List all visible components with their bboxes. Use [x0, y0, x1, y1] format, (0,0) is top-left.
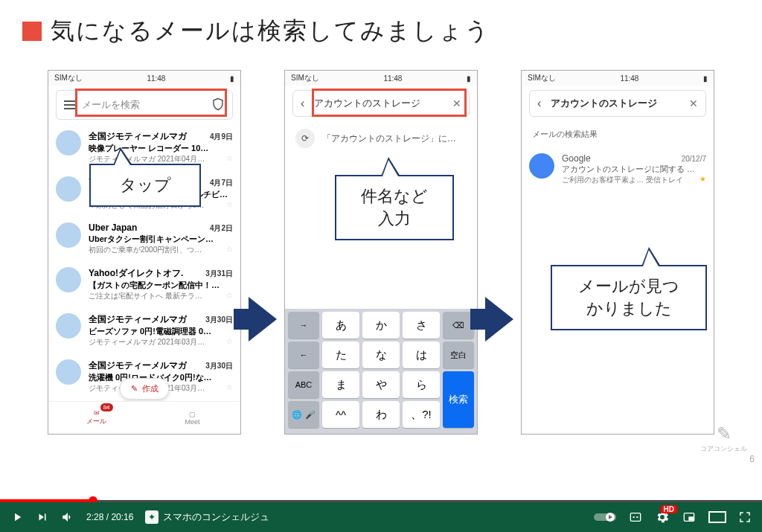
mail-badge: 84 [100, 403, 113, 411]
mail-snippet: ジモティーメルマガ 2021年04月… [89, 154, 205, 164]
mail-subject: 映像プレーヤー レコーダー 10… [89, 143, 233, 154]
back-icon[interactable]: ‹ [301, 97, 308, 110]
carrier-label: SIMなし [54, 73, 83, 83]
avatar-icon [56, 359, 81, 385]
mail-date: 4月7日 [210, 178, 233, 188]
volume-button[interactable] [61, 510, 74, 524]
callout-found: メールが見つ かりました [551, 265, 707, 330]
suggestion-text: 「アカウントのストレージ」に… [322, 132, 456, 145]
phone-screenshot-2: SIMなし 11:48 ▮ ‹ アカウントのストレージ ✕ ⟳ 「アカウントのス… [284, 70, 478, 435]
search-input[interactable]: アカウントのストレージ [314, 97, 446, 110]
key-delete[interactable]: ⌫ [443, 312, 474, 339]
clear-icon[interactable]: ✕ [689, 97, 698, 109]
svg-rect-5 [709, 512, 726, 522]
star-icon[interactable]: ☆ [226, 291, 233, 301]
key-a[interactable]: あ [322, 312, 359, 339]
theater-button[interactable] [708, 511, 726, 523]
nav-mail[interactable]: ✉ 84 メール [48, 402, 144, 434]
search-box[interactable]: ‹ アカウントのストレージ ✕ [292, 90, 470, 117]
key-emoji[interactable]: ^^ [322, 401, 359, 428]
mail-sender: 全国ジモティーメルマガ [89, 313, 187, 326]
clear-icon[interactable]: ✕ [452, 97, 461, 109]
settings-button[interactable]: HD [655, 510, 670, 525]
phones-row: SIMなし 11:48 ▮ メールを検索 全国ジモティー [22, 70, 740, 435]
captions-button[interactable] [628, 511, 643, 523]
avatar-icon [56, 313, 81, 339]
hamburger-icon[interactable] [64, 100, 76, 109]
clock-label: 11:48 [147, 74, 165, 83]
video-controls: 2:28 / 20:16 ✦ スマホのコンシェルジュ HD [0, 502, 762, 532]
miniplayer-button[interactable] [682, 511, 697, 523]
clock-label: 11:48 [383, 74, 402, 83]
carrier-label: SIMなし [291, 73, 319, 83]
key-space[interactable]: 空白 [443, 342, 474, 368]
key-wa[interactable]: わ [362, 401, 400, 428]
result-subject: アカウントのストレージに関する … [562, 164, 706, 175]
back-icon[interactable]: ‹ [537, 97, 545, 110]
search-placeholder: メールを検索 [82, 98, 205, 112]
key-nav2[interactable]: ← [288, 342, 319, 368]
battery-icon: ▮ [467, 74, 471, 83]
shield-icon[interactable] [211, 97, 225, 113]
key-ma[interactable]: ま [322, 371, 359, 398]
mail-date: 4月2日 [210, 223, 233, 234]
search-box[interactable]: メールを検索 [56, 90, 233, 120]
result-sender: Google [562, 153, 591, 164]
phone-screenshot-1: SIMなし 11:48 ▮ メールを検索 全国ジモティー [48, 70, 241, 435]
key-na[interactable]: な [362, 342, 400, 368]
key-ta[interactable]: た [322, 342, 359, 368]
fullscreen-button[interactable] [738, 510, 752, 524]
star-icon[interactable]: ☆ [226, 154, 233, 164]
search-result-item[interactable]: Google20/12/7 アカウントのストレージに関する … ご利用のお客様平… [522, 147, 714, 191]
key-ra[interactable]: ら [403, 371, 440, 398]
search-suggestion[interactable]: ⟳ 「アカウントのストレージ」に… [285, 121, 477, 156]
arrow-icon [485, 297, 513, 342]
key-punct[interactable]: 、?! [403, 401, 440, 428]
key-ka[interactable]: か [362, 312, 400, 339]
svg-rect-4 [689, 517, 693, 520]
callout-text: 件名など 入力 [361, 187, 428, 228]
svg-rect-2 [630, 513, 640, 522]
pencil-icon: ✎ [131, 384, 138, 394]
status-bar: SIMなし 11:48 ▮ [285, 71, 477, 86]
watermark-text: コアコンシェル [700, 444, 747, 454]
hd-badge: HD [661, 505, 677, 513]
next-button[interactable] [36, 510, 49, 524]
star-icon[interactable]: ☆ [226, 337, 233, 347]
slide-title: 気になるメールは検索してみましょう [51, 15, 490, 48]
key-ha[interactable]: は [403, 342, 440, 368]
channel-name[interactable]: ✦ スマホのコンシェルジュ [145, 510, 269, 524]
duration: 20:16 [111, 512, 133, 522]
compose-button[interactable]: ✎ 作成 [120, 378, 170, 400]
mail-item[interactable]: Uber Japan4月2日 Uberタクシー割引キャンペーン… 初回のご乗車が… [48, 217, 240, 261]
key-globe-mic[interactable]: 🌐 🎤 [288, 401, 319, 428]
mail-sender: 全国ジモティーメルマガ [89, 130, 187, 143]
avatar-icon [56, 130, 81, 156]
callout-input: 件名など 入力 [335, 175, 454, 240]
key-nav[interactable]: → [288, 312, 319, 339]
star-icon[interactable]: ☆ [226, 245, 233, 255]
nav-meet[interactable]: ▢ Meet [144, 402, 240, 434]
star-icon[interactable]: ☆ [226, 200, 233, 211]
avatar-icon [56, 176, 81, 202]
mail-item[interactable]: Yahoo!ダイレクトオフ.3月31日 【ガストの宅配クーポン配信中！… ご注文… [48, 261, 240, 307]
arrow-icon [249, 297, 277, 342]
avatar-icon [529, 153, 554, 179]
star-icon[interactable]: ☆ [226, 383, 233, 394]
play-button[interactable] [10, 510, 24, 524]
autoplay-toggle[interactable] [594, 512, 616, 522]
slide-page-number: 6 [749, 454, 755, 464]
mail-subject: 【ガストの宅配クーポン配信中！… [89, 280, 233, 291]
star-icon[interactable]: ★ [699, 175, 706, 185]
search-header[interactable]: ‹ アカウントのストレージ ✕ [529, 90, 706, 117]
key-ya[interactable]: や [362, 371, 400, 398]
mail-date: 3月30日 [205, 361, 233, 371]
mail-snippet: ご注文は宅配サイトへ 最新チラ… [89, 291, 202, 301]
results-section-label: メールの検索結果 [522, 121, 714, 147]
battery-icon: ▮ [230, 74, 234, 83]
callout-text: メールが見つ かりました [578, 277, 679, 318]
key-sa[interactable]: さ [403, 312, 440, 339]
key-abc[interactable]: ABC [288, 371, 319, 398]
mail-item[interactable]: 全国ジモティーメルマガ3月30日 ビーズソファ 0円!電磁調理器 0… ジモティ… [48, 307, 240, 353]
mail-sender: 全国ジモティーメルマガ [89, 359, 187, 372]
